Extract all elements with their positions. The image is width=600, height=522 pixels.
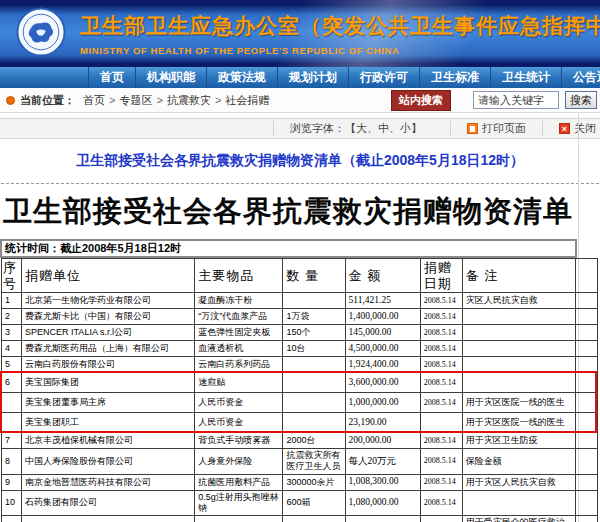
close-page-button[interactable]: × 关闭 [542,121,600,136]
cell-r9-c8 [575,433,597,449]
cell-r5-c8 [575,357,597,373]
cell-r7-c7: 用于灾区医院一线的医生 [462,393,575,413]
breadcrumb-item-2[interactable]: 专题区 [119,94,152,106]
cell-r9-c3: 背负式手动喷雾器 [195,433,283,449]
ministry-emblem-icon [16,7,66,61]
cell-r5-c7 [462,357,575,373]
breadcrumb-item-4[interactable]: 社会捐赠 [225,94,269,106]
search-input[interactable] [473,91,559,109]
table-header-row: 序号捐赠单位主要物品数 量金 额捐赠日期备 注 [2,259,598,293]
breadcrumb-item-1[interactable]: 首页 [83,94,105,106]
article-title-row: 卫生部接受社会各界抗震救灾捐赠物资清单（截止2008年5月18日12时） [0,139,600,183]
cell-r2-c3: “万汶”代血浆产品 [195,309,283,325]
cell-r10-c5: 每人20万元 [345,449,420,475]
cell-r4-c5: 4,500,000.00 [345,341,420,357]
cell-r5-c1: 5 [2,357,22,373]
breadcrumb-item-3[interactable]: 抗震救灾 [167,94,211,106]
donation-table-area: 序号捐赠单位主要物品数 量金 额捐赠日期备 注 1北京第一生物化学药业有限公司凝… [0,258,600,522]
site-title: 卫生部卫生应急办公室（突发公共卫生事件应急指挥中心） [80,12,600,40]
table-row: 8中国人寿保险股份有限公司人身意外保险抗震救灾所有医疗卫生人员每人20万元200… [2,449,598,475]
cell-r4-c1: 4 [2,341,22,357]
print-page-button[interactable]: 打印页面 [450,121,542,136]
table-row: 10石药集团有限公司0.5g注射用头孢唑林钠600箱1,080,000.0020… [2,490,598,516]
close-icon: × [559,123,570,134]
breadcrumb-label: 当前位置： [20,93,75,108]
cell-r3-c2: SPENCER ITALIA s.r.l公司 [22,325,195,341]
cell-r8-c1 [2,413,22,433]
nav-item-3[interactable]: 政策法规 [207,67,278,88]
cell-r12-c2: 石药集团有限公司 [22,490,195,516]
cell-r1-c7: 灾区人民抗灾自救 [462,293,575,309]
cell-r3-c6: 2008.5.14 [420,325,462,341]
cell-r5-c2: 云南白药股份有限公司 [22,357,195,373]
font-size-control[interactable]: 浏览字体：【大、中、小】 [273,121,450,136]
breadcrumb-separator: > [156,94,162,106]
cell-r12-c8 [575,490,597,516]
cell-r13-c1: 11 [2,516,22,522]
cell-r4-c8 [575,341,597,357]
font-size-label[interactable]: 浏览字体：【大、中、小】 [290,121,422,136]
article-title-link[interactable]: 卫生部接受社会各界抗震救灾捐赠物资清单（截止2008年5月18日12时） [76,152,524,170]
cell-r1-c5: 511,421.25 [345,293,420,309]
col-header-2: 捐赠单位 [22,259,195,293]
cell-r12-c5: 1,080,000.00 [345,490,420,516]
nav-item-8[interactable]: 公告通告 [562,67,600,88]
cell-r1-c8 [575,293,597,309]
table-row: 1北京第一生物化学药业有限公司凝血酶冻干粉511,421.252008.5.14… [2,293,598,309]
cell-r9-c6: 2008.5.14 [420,433,462,449]
cell-r7-c2: 美宝集团董事局主席 [22,393,195,413]
nav-item-4[interactable]: 规划计划 [278,67,349,88]
nav-item-1[interactable]: 首页 [88,67,136,88]
cell-r5-c5: 1,924,400.00 [345,357,420,373]
article-toolbar: 浏览字体：【大、中、小】 打印页面 × 关闭 [0,118,600,139]
cell-r12-c4: 600箱 [283,490,345,516]
cell-r3-c7 [462,325,575,341]
nav-item-5[interactable]: 行政许可 [349,67,420,88]
breadcrumb-bar: 当前位置： 首页>专题区>抗震救灾>社会捐赠 站内搜索 搜索 [0,88,600,113]
table-row: 7北京丰茂植保机械有限公司背负式手动喷雾器2000台200,000.002008… [2,433,598,449]
cell-r2-c7 [462,309,575,325]
table-row: 6美宝国际集团速愈贴3,600,000.002008.5.14 [2,373,598,393]
printer-icon [467,123,478,134]
col-header-1: 序号 [2,259,22,293]
cell-r11-c8 [575,474,597,490]
cell-r4-c6: 2008.5.14 [420,341,462,357]
cell-r10-c8 [575,449,597,475]
stats-time-text: 统计时间：截止2008年5月18日12时 [2,241,181,256]
cell-r13-c2: 北京智美尚成广告有限公司 [22,516,195,522]
col-header-7: 备 注 [462,259,575,293]
cell-r1-c2: 北京第一生物化学药业有限公司 [22,293,195,309]
cell-r13-c6: 2008.5.14 [420,516,462,522]
cell-r9-c4: 2000台 [283,433,345,449]
cell-r10-c3: 人身意外保险 [195,449,283,475]
donation-table: 序号捐赠单位主要物品数 量金 额捐赠日期备 注 1北京第一生物化学药业有限公司凝… [1,258,598,522]
cell-r6-c4 [283,373,345,393]
nav-item-6[interactable]: 卫生标准 [420,67,491,88]
cell-r1-c4 [283,293,345,309]
cell-r13-c8 [575,516,597,522]
nav-item-7[interactable]: 卫生统计 [491,67,562,88]
cell-r2-c5: 1,400,000.00 [345,309,420,325]
cell-r8-c3: 人民币资金 [195,413,283,433]
cell-r1-c1: 1 [2,293,22,309]
cell-r2-c4: 1万袋 [283,309,345,325]
stats-time-box: 统计时间：截止2008年5月18日12时 [0,239,577,258]
site-subtitle-en: MINISTRY OF HEALTH OF THE PEOPLE'S REPUB… [80,45,600,56]
cell-r2-c1: 2 [2,309,22,325]
search-button[interactable]: 搜索 [565,91,597,109]
print-label[interactable]: 打印页面 [482,121,526,136]
table-row: 3SPENCER ITALIA s.r.l公司蓝色弹性固定夹板150个145,0… [2,325,598,341]
nav-item-2[interactable]: 机构职能 [136,67,207,88]
site-search-button[interactable]: 站内搜索 [391,90,451,111]
cell-r11-c1: 9 [2,474,22,490]
cell-r12-c6: 2008.5.14 [420,490,462,516]
cell-r3-c4: 150个 [283,325,345,341]
cell-r10-c2: 中国人寿保险股份有限公司 [22,449,195,475]
cell-r8-c7: 用于灾区医院一线的医生 [462,413,575,433]
breadcrumb: 首页>专题区>抗震救灾>社会捐赠 [81,93,271,108]
table-row: 美宝集团董事局主席人民币资金1,000,000.002008.5.14用于灾区医… [2,393,598,413]
cell-r1-c6: 2008.5.14 [420,293,462,309]
cell-r9-c7: 用于灾区卫生防疫 [462,433,575,449]
cell-r6-c6: 2008.5.14 [420,373,462,393]
cell-r7-c6: 2008.5.14 [420,393,462,413]
